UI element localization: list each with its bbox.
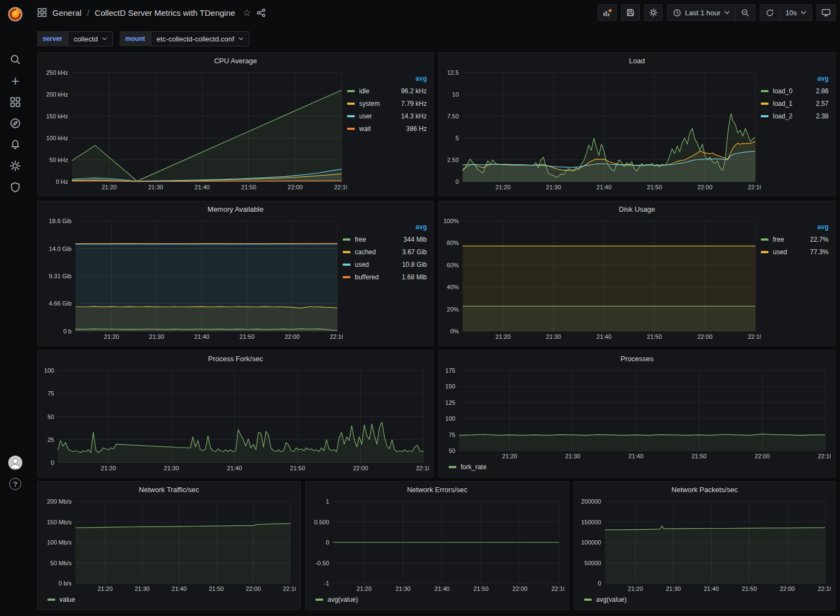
series-fill-value [75, 524, 290, 584]
legend-item-free[interactable]: free22.7% [761, 233, 831, 246]
panel-title-load[interactable]: Load [443, 54, 831, 67]
time-range-picker[interactable]: Last 1 hour [668, 5, 735, 20]
legend-item-buffered[interactable]: buffered1.68 Mib [343, 271, 429, 283]
add-panel-button[interactable] [598, 4, 617, 21]
zoom-out-button[interactable] [735, 5, 755, 20]
panel-title-memory[interactable]: Memory Available [42, 202, 429, 216]
breadcrumb-section[interactable]: General [52, 8, 81, 17]
chart-canvas[interactable]: 21:2021:3021:4021:5022:0022:100 b/s50 Mb… [42, 496, 296, 594]
chart-canvas[interactable]: 21:2021:3021:4021:5022:0022:100 Hz50 kHz… [42, 67, 347, 193]
grafana-logo[interactable] [0, 4, 31, 24]
svg-text:22:00: 22:00 [246, 585, 261, 592]
legend-item-user[interactable]: user14.3 kHz [347, 110, 429, 122]
legend-avg-value: 96.2 kHz [401, 87, 427, 95]
svg-text:21:20: 21:20 [496, 184, 511, 190]
svg-text:21:50: 21:50 [692, 453, 707, 459]
svg-text:150: 150 [445, 383, 455, 390]
time-picker-group: Last 1 hour [667, 4, 755, 21]
chart-canvas[interactable]: 21:2021:3021:4021:5022:0022:105075100125… [443, 365, 831, 462]
svg-text:20%: 20% [447, 306, 459, 313]
legend-label: user [359, 112, 372, 120]
panel-title-errors[interactable]: Network Errors/sec [310, 483, 564, 496]
variable-server-value-dropdown[interactable]: collectd [68, 31, 113, 46]
legend-item-used[interactable]: used77.3% [761, 246, 831, 258]
help-icon[interactable]: ? [0, 475, 31, 493]
legend-swatch [347, 115, 355, 117]
legend-item-avg(value)[interactable]: avg(value) [584, 596, 627, 603]
svg-text:4.66 Gib: 4.66 Gib [49, 300, 72, 307]
svg-text:0: 0 [598, 580, 601, 587]
chart-canvas[interactable]: 21:2021:3021:4021:5022:0022:10-1-0.5000.… [310, 496, 564, 594]
chart-canvas[interactable]: 21:2021:3021:4021:5022:0022:100255075100 [42, 365, 429, 474]
legend-label: load_0 [773, 87, 793, 95]
save-dashboard-button[interactable] [621, 4, 640, 21]
chart-canvas[interactable]: 21:2021:3021:4021:5022:0022:100 b4.66 Gi… [42, 216, 343, 342]
time-range-label: Last 1 hour [685, 9, 720, 17]
svg-text:21:50: 21:50 [742, 585, 757, 592]
variable-mount-value-dropdown[interactable]: etc-collectd-collectd.conf [151, 31, 249, 46]
chart-canvas[interactable]: 21:2021:3021:4021:5022:0022:1002.5057.50… [443, 67, 761, 193]
kiosk-mode-button[interactable] [817, 4, 836, 21]
legend-item-load_2[interactable]: load_22.38 [761, 110, 831, 122]
svg-text:0: 0 [326, 539, 329, 546]
legend-item-wait[interactable]: wait386 Hz [347, 122, 429, 135]
legend-item-fork_rate[interactable]: fork_rate [449, 463, 486, 471]
svg-text:21:30: 21:30 [546, 333, 561, 340]
legend-item-load_1[interactable]: load_12.57 [761, 97, 831, 110]
legend-swatch [343, 264, 350, 266]
panel-cpu: CPU Average21:2021:3021:4021:5022:0022:1… [37, 52, 434, 196]
legend-avg-value: 7.79 kHz [401, 100, 427, 107]
admin-shield-icon[interactable] [0, 178, 31, 196]
share-icon[interactable] [257, 8, 266, 17]
svg-text:0 b: 0 b [63, 328, 72, 334]
legend-item-load_0[interactable]: load_02.86 [761, 85, 831, 97]
create-plus-icon[interactable]: + [0, 71, 31, 90]
legend-avg-value: 3.67 Gib [402, 248, 427, 256]
legend-item-free[interactable]: free344 Mib [343, 233, 429, 246]
legend-item-value[interactable]: value [47, 596, 75, 603]
refresh-button[interactable] [760, 5, 779, 20]
legend-swatch [761, 251, 768, 253]
panel-title-disk[interactable]: Disk Usage [443, 202, 831, 216]
series-fill-idle [72, 90, 342, 182]
svg-text:0.500: 0.500 [314, 519, 329, 525]
panel-title-traffic[interactable]: Network Traffic/sec [42, 483, 296, 496]
legend-item-avg(value)[interactable]: avg(value) [315, 596, 358, 603]
dashboards-icon[interactable] [0, 93, 31, 111]
legend-label: buffered [355, 273, 379, 281]
panel-title-cpu[interactable]: CPU Average [42, 54, 429, 67]
legend-label: value [59, 596, 75, 603]
panel-title-processes[interactable]: Processes [443, 352, 831, 365]
chart-canvas[interactable]: 21:2021:3021:4021:5022:0022:100500001000… [579, 496, 831, 594]
panel-title-packets[interactable]: Network Packets/sec [579, 483, 831, 496]
explore-compass-icon[interactable] [0, 114, 31, 133]
legend-disk: avgfree22.7%used77.3% [761, 222, 831, 342]
dashboard-settings-button[interactable] [644, 4, 663, 21]
legend-swatch [347, 103, 355, 105]
legend-item-system[interactable]: system7.79 kHz [347, 97, 429, 110]
svg-text:12.5: 12.5 [447, 69, 458, 76]
svg-text:21:40: 21:40 [628, 453, 644, 459]
legend-item-idle[interactable]: idle96.2 kHz [347, 85, 429, 97]
configuration-gear-icon[interactable] [0, 157, 31, 175]
panel-fork: Process Fork/sec21:2021:3021:4021:5022:0… [37, 350, 434, 477]
star-favorite-icon[interactable]: ☆ [243, 7, 251, 19]
legend-avg-header[interactable]: avg [343, 222, 429, 233]
legend-avg-header[interactable]: avg [347, 74, 429, 85]
search-icon[interactable] [0, 50, 31, 69]
legend-item-used[interactable]: used10.8 Gib [343, 258, 429, 271]
chart-canvas[interactable]: 21:2021:3021:4021:5022:0022:100%20%40%60… [443, 216, 761, 342]
legend-label: avg(value) [596, 596, 627, 603]
svg-text:21:20: 21:20 [496, 333, 511, 340]
legend-avg-header[interactable]: avg [761, 74, 831, 85]
svg-text:21:50: 21:50 [647, 184, 662, 190]
page-title: CollectD Server Metrics with TDengine [95, 8, 235, 17]
panel-title-fork[interactable]: Process Fork/sec [42, 352, 429, 365]
user-avatar[interactable] [0, 453, 31, 472]
svg-text:22:00: 22:00 [285, 333, 300, 340]
alerting-bell-icon[interactable] [0, 135, 31, 154]
legend-avg-header[interactable]: avg [761, 222, 831, 233]
svg-text:21:20: 21:20 [628, 585, 643, 592]
legend-item-cached[interactable]: cached3.67 Gib [343, 246, 429, 258]
refresh-interval-picker[interactable]: 10s [779, 5, 812, 20]
